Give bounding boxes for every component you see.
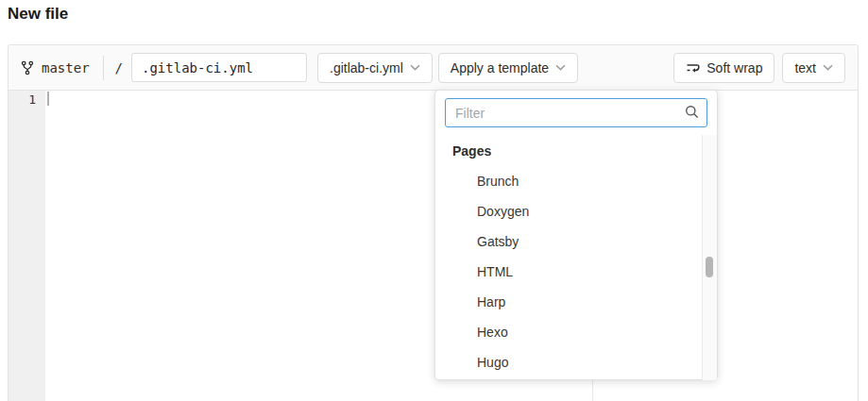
template-dropdown-panel: Pages Brunch Doxygen Gatsby HTML Harp He… [434,90,718,380]
apply-template-label: Apply a template [451,60,549,75]
filetype-select[interactable]: .gitlab-ci.yml [317,53,433,83]
code-editor[interactable]: 1 [9,91,858,401]
syntax-mode-label: text [794,60,816,75]
branch-name[interactable]: master [42,60,90,75]
text-cursor [47,92,49,106]
template-item-hexo[interactable]: Hexo [435,317,717,347]
editor-toolbar: master / .gitlab-ci.yml Apply a template… [9,45,858,91]
path-separator: / [115,60,123,75]
file-editor-container: master / .gitlab-ci.yml Apply a template… [8,44,859,401]
chevron-down-icon [823,64,833,71]
git-branch-icon [21,60,34,75]
soft-wrap-icon [686,60,701,75]
line-number: 1 [28,92,36,107]
dropdown-scrollbar-track[interactable] [702,135,717,380]
line-number-gutter: 1 [9,91,45,401]
soft-wrap-button[interactable]: Soft wrap [673,53,774,83]
page-title: New file [8,5,68,24]
syntax-mode-select[interactable]: text [782,53,845,83]
filetype-select-label: .gitlab-ci.yml [330,60,403,75]
search-icon [685,105,699,119]
filter-input[interactable] [445,98,707,127]
filename-input[interactable] [131,53,307,82]
template-group-label: Pages [435,135,717,166]
template-item-hugo[interactable]: Hugo [435,347,717,377]
filter-wrap [435,91,717,135]
template-item-brunch[interactable]: Brunch [435,166,717,196]
apply-template-select[interactable]: Apply a template [438,53,578,83]
template-item-doxygen[interactable]: Doxygen [435,196,717,226]
chevron-down-icon [410,64,420,71]
template-item-gatsby[interactable]: Gatsby [435,226,717,257]
toolbar-divider [103,56,104,80]
chevron-down-icon [555,64,566,71]
dropdown-scrollbar-thumb[interactable] [706,257,713,277]
soft-wrap-label: Soft wrap [706,60,762,75]
template-item-harp[interactable]: Harp [435,287,717,317]
template-item-html[interactable]: HTML [435,257,717,287]
template-list: Pages Brunch Doxygen Gatsby HTML Harp He… [435,135,717,381]
